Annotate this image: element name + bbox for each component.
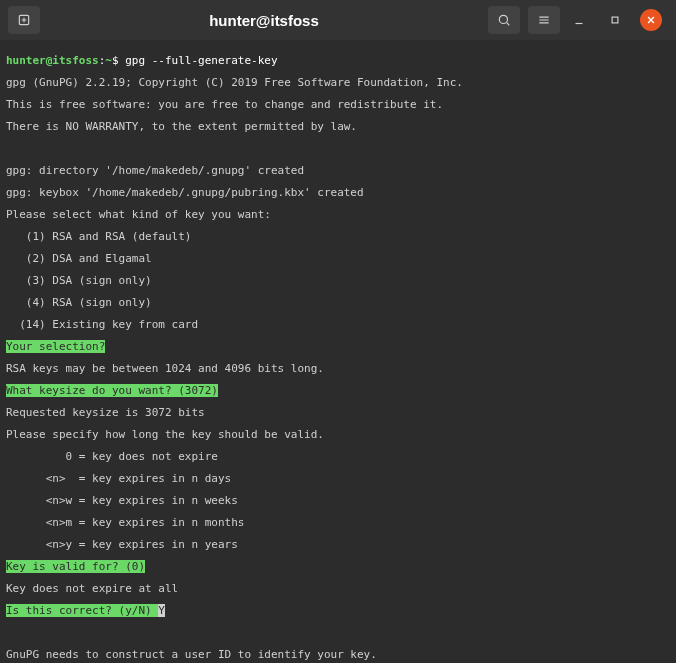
question-prompt: What keysize do you want? (3072) bbox=[6, 384, 218, 397]
output-line: <n> = key expires in n days bbox=[6, 473, 670, 484]
output-line: (2) DSA and Elgamal bbox=[6, 253, 670, 264]
output-line: 0 = key does not expire bbox=[6, 451, 670, 462]
question-prompt: Key is valid for? (0) bbox=[6, 560, 145, 573]
output-line: (1) RSA and RSA (default) bbox=[6, 231, 670, 242]
output-line: Requested keysize is 3072 bits bbox=[6, 407, 670, 418]
output-line: Your selection? bbox=[6, 341, 670, 352]
user-answer: Y bbox=[158, 604, 165, 617]
new-tab-button[interactable] bbox=[8, 6, 40, 34]
command: gpg --full-generate-key bbox=[125, 54, 277, 67]
output-line: Is this correct? (y/N) Y bbox=[6, 605, 670, 616]
minimize-button[interactable] bbox=[568, 9, 590, 31]
output-line: (4) RSA (sign only) bbox=[6, 297, 670, 308]
prompt-user: hunter@itsfoss bbox=[6, 54, 99, 67]
output-line: (14) Existing key from card bbox=[6, 319, 670, 330]
prompt-symbol: $ bbox=[112, 54, 119, 67]
terminal-output[interactable]: hunter@itsfoss:~$ gpg --full-generate-ke… bbox=[0, 40, 676, 663]
search-button[interactable] bbox=[488, 6, 520, 34]
menu-button[interactable] bbox=[528, 6, 560, 34]
output-line: <n>m = key expires in n months bbox=[6, 517, 670, 528]
svg-rect-2 bbox=[612, 17, 618, 23]
close-icon bbox=[644, 13, 658, 27]
new-tab-icon bbox=[17, 13, 31, 27]
output-line: <n>w = key expires in n weeks bbox=[6, 495, 670, 506]
output-line: What keysize do you want? (3072) bbox=[6, 385, 670, 396]
titlebar: hunter@itsfoss bbox=[0, 0, 676, 40]
output-line: Key does not expire at all bbox=[6, 583, 670, 594]
output-line: This is free software: you are free to c… bbox=[6, 99, 670, 110]
hamburger-icon bbox=[537, 13, 551, 27]
question-prompt: Is this correct? (y/N) bbox=[6, 604, 158, 617]
window-controls bbox=[568, 9, 668, 31]
prompt-line: hunter@itsfoss:~$ gpg --full-generate-ke… bbox=[6, 55, 670, 66]
close-button[interactable] bbox=[640, 9, 662, 31]
output-line: gpg: directory '/home/makedeb/.gnupg' cr… bbox=[6, 165, 670, 176]
output-line: There is NO WARRANTY, to the extent perm… bbox=[6, 121, 670, 132]
output-line: RSA keys may be between 1024 and 4096 bi… bbox=[6, 363, 670, 374]
output-line: GnuPG needs to construct a user ID to id… bbox=[6, 649, 670, 660]
window-title: hunter@itsfoss bbox=[48, 13, 480, 28]
maximize-icon bbox=[608, 13, 622, 27]
output-line: <n>y = key expires in n years bbox=[6, 539, 670, 550]
output-line bbox=[6, 627, 670, 638]
prompt-path: ~ bbox=[105, 54, 112, 67]
output-line: Key is valid for? (0) bbox=[6, 561, 670, 572]
output-line bbox=[6, 143, 670, 154]
minimize-icon bbox=[572, 13, 586, 27]
output-line: Please select what kind of key you want: bbox=[6, 209, 670, 220]
output-line: Please specify how long the key should b… bbox=[6, 429, 670, 440]
maximize-button[interactable] bbox=[604, 9, 626, 31]
search-icon bbox=[497, 13, 511, 27]
svg-point-1 bbox=[499, 15, 507, 23]
output-line: gpg: keybox '/home/makedeb/.gnupg/pubrin… bbox=[6, 187, 670, 198]
output-line: (3) DSA (sign only) bbox=[6, 275, 670, 286]
question-prompt: Your selection? bbox=[6, 340, 105, 353]
output-line: gpg (GnuPG) 2.2.19; Copyright (C) 2019 F… bbox=[6, 77, 670, 88]
